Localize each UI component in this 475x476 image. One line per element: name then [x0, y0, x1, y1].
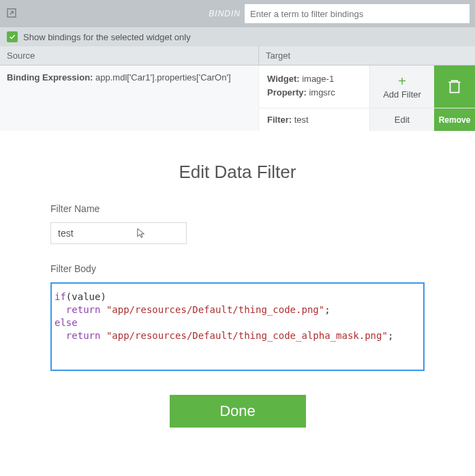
target-cell: Widget: image-1 Property: imgsrc + Add F… [259, 65, 475, 131]
code-str2: "app/resources/Default/thing_code_alpha_… [106, 330, 388, 341]
add-filter-label: Add Filter [383, 89, 421, 100]
delete-binding-button[interactable] [434, 65, 475, 108]
bindings-filter-input[interactable] [245, 4, 470, 23]
code-kw-return2: return [66, 330, 101, 341]
top-bar: BINDIN [0, 0, 475, 27]
filter-body-editor[interactable]: if(value) return "app/resources/Default/… [50, 282, 425, 371]
trash-icon [446, 78, 463, 95]
source-header: Source [0, 46, 259, 65]
checkbox-checked-icon[interactable] [7, 31, 18, 42]
target-widget-key: Widget: [267, 74, 300, 84]
edit-filter-button[interactable]: Edit [369, 108, 434, 131]
filter-name-label: Filter Name [50, 203, 425, 214]
remove-label: Remove [439, 115, 471, 125]
filter-key: Filter: [267, 115, 292, 125]
source-cell: Binding Expression: app.mdl['Car1'].prop… [0, 65, 259, 131]
filter-value: test [294, 115, 309, 125]
selected-widget-only-row[interactable]: Show bindings for the selected widget on… [0, 27, 475, 46]
target-property-value: imgsrc [309, 87, 335, 98]
code-kw-else: else [55, 317, 78, 328]
code-kw-if: if [55, 291, 66, 302]
done-label: Done [219, 402, 256, 419]
code-cond: (value) [66, 291, 106, 302]
binding-expression-value: app.mdl['Car1'].properties['CarOn'] [95, 72, 231, 83]
edit-filter-modal: Edit Data Filter Filter Name Filter Body… [3, 145, 472, 451]
filter-name-input[interactable] [50, 222, 187, 244]
add-filter-button[interactable]: + Add Filter [369, 65, 434, 108]
remove-filter-button[interactable]: Remove [434, 108, 475, 131]
modal-title: Edit Data Filter [50, 162, 425, 183]
code-kw-return1: return [66, 304, 101, 315]
filter-row: Filter: test [259, 108, 369, 131]
checkbox-label: Show bindings for the selected widget on… [23, 32, 191, 42]
plus-icon: + [398, 74, 406, 88]
filter-body-label: Filter Body [50, 263, 425, 274]
target-info: Widget: image-1 Property: imgsrc [259, 65, 369, 108]
binding-expression-key: Binding Expression: [7, 72, 93, 83]
target-property-key: Property: [267, 87, 307, 98]
done-button[interactable]: Done [170, 395, 306, 428]
edit-label: Edit [395, 115, 410, 125]
target-header: Target [259, 46, 475, 65]
target-widget-value: image-1 [302, 74, 334, 84]
bindings-heading: BINDIN [209, 9, 245, 18]
modal-backdrop: Edit Data Filter Filter Name Filter Body… [0, 131, 475, 465]
popout-icon[interactable] [5, 7, 18, 21]
columns-header: Source Target [0, 46, 475, 65]
binding-row: Binding Expression: app.mdl['Car1'].prop… [0, 65, 475, 131]
code-str1: "app/resources/Default/thing_code.png" [106, 304, 324, 315]
